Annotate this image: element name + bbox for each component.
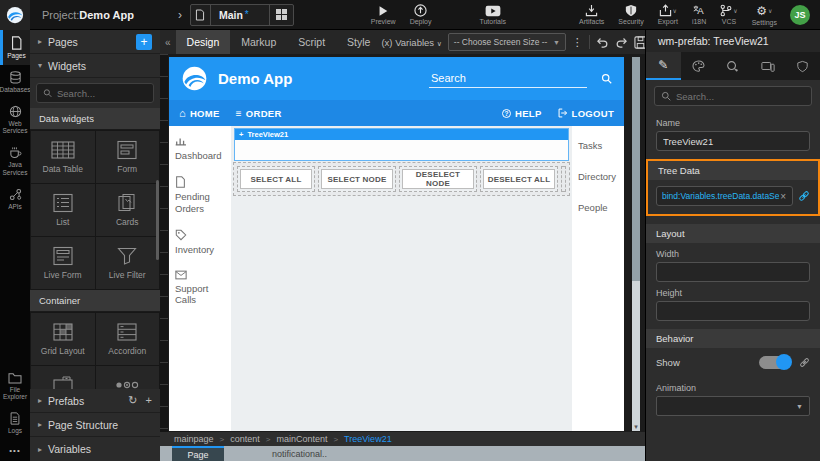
tab-properties[interactable]: ✎ <box>646 52 681 80</box>
widget-card-list[interactable]: List <box>31 184 95 236</box>
right-menu-tasks[interactable]: Tasks <box>578 140 618 151</box>
tab-script[interactable]: Script <box>287 30 336 54</box>
artifacts-button[interactable]: Artifacts <box>572 0 611 30</box>
breadcrumb-content[interactable]: content <box>230 434 260 444</box>
bind-link-icon[interactable] <box>798 190 810 202</box>
deploy-button[interactable]: Deploy <box>403 0 439 30</box>
i18n-button[interactable]: A i18N <box>685 0 713 30</box>
tree-data-section-header[interactable]: Tree Data <box>648 161 818 180</box>
kebab-menu-button[interactable]: ⋮ <box>572 36 583 49</box>
add-prefab-button[interactable]: + <box>146 394 152 407</box>
preview-button[interactable]: Preview <box>364 0 403 30</box>
widget-card-accordion[interactable]: Accordion <box>96 313 160 365</box>
button-cell[interactable]: DESELECT NODE <box>399 166 477 192</box>
menu-item-support-calls[interactable]: Support Calls <box>175 270 225 307</box>
name-input[interactable] <box>656 131 810 151</box>
rail-item-java-services[interactable]: Java Services <box>0 140 30 182</box>
widget-search-box[interactable] <box>36 83 154 103</box>
nav-help-link[interactable]: ?HELP <box>502 108 542 119</box>
widget-card-form[interactable]: Form <box>96 131 160 183</box>
tab-styles[interactable] <box>681 52 716 80</box>
tab-security[interactable] <box>785 52 820 80</box>
widgets-accordion-header[interactable]: ▾ Widgets <box>30 54 160 78</box>
tree-data-bind-input[interactable] <box>662 191 779 201</box>
canvas-search-icon[interactable] <box>601 73 612 84</box>
widget-card-data-table[interactable]: Data Table <box>31 131 95 183</box>
width-input[interactable] <box>656 262 810 282</box>
pages-accordion-header[interactable]: ▸ Pages + <box>30 30 160 54</box>
tab-devices[interactable] <box>750 52 785 80</box>
widget-card-wizard[interactable]: Wizard <box>96 366 160 389</box>
rail-item-web-services[interactable]: Web Services <box>0 99 30 141</box>
scroll-down-arrow-icon[interactable]: ▾ <box>632 422 640 431</box>
tutorials-button[interactable]: Tutorials <box>472 0 513 30</box>
widget-card-grid-layout[interactable]: Grid Layout <box>31 313 95 365</box>
variables-dropdown[interactable]: (x) Variables ∨ <box>381 37 441 48</box>
show-toggle[interactable] <box>759 356 791 369</box>
breadcrumb-maincontent[interactable]: mainContent <box>276 434 327 444</box>
settings-button[interactable]: ⚙ ∨ Settings <box>745 0 784 30</box>
nav-home-link[interactable]: ⌂HOME <box>179 107 220 119</box>
rail-item-pages[interactable]: Pages <box>0 30 30 65</box>
canvas-scrollbar-thumb[interactable] <box>632 57 640 281</box>
widget-card-tabs[interactable]: Tabs <box>31 366 95 389</box>
widget-card-live-filter[interactable]: Live Filter <box>96 237 160 289</box>
widget-card-cards[interactable]: Cards <box>96 184 160 236</box>
vcs-button[interactable]: ∨ VCS <box>713 0 744 30</box>
nav-logout-link[interactable]: LOGOUT <box>558 108 614 119</box>
menu-item-inventory[interactable]: Inventory <box>175 229 225 256</box>
properties-search-input[interactable] <box>676 91 796 102</box>
select-node-button[interactable]: SELECT NODE <box>321 169 393 189</box>
tab-markup[interactable]: Markup <box>230 30 287 54</box>
animation-select[interactable]: ▼ <box>656 396 810 416</box>
move-handle-icon[interactable]: + <box>239 130 243 139</box>
page-tab[interactable]: Page <box>172 446 224 461</box>
rail-overflow-button[interactable]: ••• <box>0 440 30 461</box>
undo-button[interactable] <box>596 37 609 48</box>
user-avatar[interactable]: JS <box>790 5 810 25</box>
tab-design[interactable]: Design <box>176 30 231 54</box>
button-cell[interactable]: SELECT NODE <box>318 166 396 192</box>
collapse-left-panel-button[interactable]: « <box>160 37 176 48</box>
tab-events[interactable] <box>716 52 751 80</box>
canvas-app-title[interactable]: Demo App <box>218 70 292 87</box>
treeview-empty-area[interactable] <box>235 140 568 160</box>
refresh-prefabs-button[interactable]: ↻ <box>128 394 137 407</box>
widget-search-input[interactable] <box>57 88 147 99</box>
breadcrumb-treeview21[interactable]: TreeView21 <box>344 434 392 444</box>
canvas-scrollbar[interactable]: ▾ <box>632 57 640 431</box>
properties-search-box[interactable] <box>654 86 812 106</box>
deselect-node-button[interactable]: DESELECT NODE <box>402 169 474 189</box>
variables-accordion-header[interactable]: ▸ Variables <box>30 437 160 461</box>
canvas-search-widget[interactable]: Search <box>429 70 587 88</box>
nav-order-link[interactable]: ≡ORDER <box>236 108 282 119</box>
layout-section-header[interactable]: Layout <box>646 224 820 243</box>
breadcrumb-mainpage[interactable]: mainpage <box>174 434 214 444</box>
rail-item-databases[interactable]: Databases <box>0 65 30 99</box>
behavior-section-header[interactable]: Behavior <box>646 329 820 348</box>
rail-item-logs[interactable]: Logs <box>0 406 30 440</box>
redo-button[interactable] <box>615 37 628 48</box>
canvas-app-header[interactable]: Demo App Search <box>169 57 624 100</box>
export-button[interactable]: ∨ Export <box>651 0 685 30</box>
button-cell[interactable]: DESELECT ALL <box>480 166 558 192</box>
treeview-widget-selected[interactable]: + TreeView21 <box>234 128 569 161</box>
menu-item-pending-orders[interactable]: Pending Orders <box>175 176 225 215</box>
right-menu-people[interactable]: People <box>578 202 618 213</box>
project-chevron-icon[interactable]: › <box>178 8 182 22</box>
button-cell[interactable]: SELECT ALL <box>237 166 315 192</box>
widget-card-live-form[interactable]: Live Form <box>31 237 95 289</box>
tab-style[interactable]: Style <box>336 30 381 54</box>
screen-size-select[interactable]: -- Choose Screen Size -- ▼ <box>448 33 566 51</box>
rail-item-file-explorer[interactable]: File Explorer <box>0 366 30 407</box>
rail-item-apis[interactable]: APIs <box>0 182 30 216</box>
security-button[interactable]: Security <box>611 0 650 30</box>
deselect-all-button[interactable]: DESELECT ALL <box>483 169 555 189</box>
height-input[interactable] <box>656 301 810 321</box>
page-structure-accordion-header[interactable]: ▸ Page Structure <box>30 413 160 437</box>
select-all-button[interactable]: SELECT ALL <box>240 169 312 189</box>
show-bind-link-icon[interactable] <box>799 357 810 368</box>
left-panel-scrollbar[interactable] <box>156 180 159 260</box>
page-grid-icon[interactable] <box>269 5 293 25</box>
treeview-selection-label[interactable]: + TreeView21 <box>235 129 568 140</box>
